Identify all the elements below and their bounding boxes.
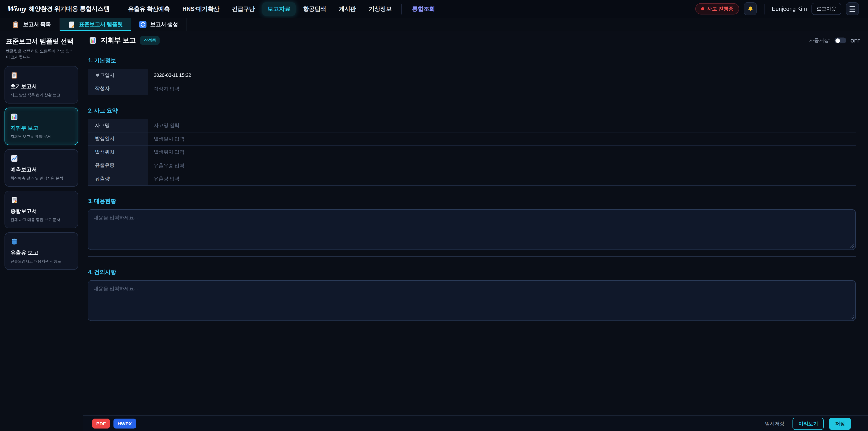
field-value-cell [148, 132, 856, 145]
chart-up-icon [10, 155, 18, 162]
template-card-list: 초기보고서 사고 발생 직후 초기 상황 보고 지휘부 보고 지휘부 보고용 요… [4, 66, 78, 270]
autosave-toggle[interactable] [835, 37, 846, 43]
resize-grip-icon[interactable] [850, 315, 854, 319]
field-label: 발생위치 [88, 146, 148, 158]
section-heading: 4. 건의사항 [88, 268, 856, 276]
template-card-name: 유출유 보고 [10, 249, 72, 257]
preview-button[interactable]: 미리보기 [793, 418, 824, 430]
nav-item[interactable]: HNS·대기확산 [177, 2, 225, 16]
field-label: 유출량 [88, 172, 148, 185]
template-card-name: 초기보고서 [10, 83, 72, 90]
template-card-desc: 사고 발생 직후 초기 상황 보고 [10, 93, 72, 98]
tab[interactable]: 보고서 생성 [131, 18, 186, 31]
tab-label: 보고서 목록 [23, 21, 51, 28]
nav-item[interactable]: 항공탐색 [298, 2, 332, 16]
export-button-group: PDFHWPX [92, 419, 136, 429]
nav-item[interactable]: 기상정보 [363, 2, 397, 16]
field-label: 보고일시 [88, 69, 148, 82]
form-section: 1. 기본정보 보고일시 작성자 [88, 57, 856, 95]
section-divider [88, 256, 856, 256]
nav-user-divider [764, 3, 765, 14]
nav-right-cluster: 사고 진행중 Eunjeong Kim 로그아웃 [695, 2, 859, 16]
template-card[interactable]: 초기보고서 사고 발생 직후 초기 상황 보고 [4, 66, 78, 103]
report-title: 지휘부 보고 [101, 36, 136, 45]
section-heading: 2. 사고 요약 [88, 107, 856, 115]
clipboard-icon [12, 21, 20, 28]
template-card-desc: 전체 사고 대응 종합 보고 문서 [10, 217, 72, 223]
sidebar-title: 표준보고서 템플릿 선택 [6, 37, 77, 45]
body-row: 표준보고서 템플릿 선택 템플릿을 선택하면 오른쪽에 작성 양식이 표시됩니다… [0, 31, 868, 431]
incident-badge-label: 사고 진행중 [707, 5, 733, 12]
field-value-cell [148, 146, 856, 158]
template-card[interactable]: 종합보고서 전체 사고 대응 종합 보고 문서 [4, 191, 78, 228]
field-input[interactable] [154, 149, 856, 155]
field-row: 발생일시 [88, 132, 856, 146]
nav-item[interactable]: 통합조회 [406, 2, 440, 16]
field-value-cell [148, 172, 856, 185]
field-input[interactable] [154, 86, 856, 91]
field-input[interactable] [154, 176, 856, 182]
section-textarea[interactable] [88, 209, 856, 250]
temp-save-button[interactable]: 임시저장 [762, 420, 787, 427]
section-heading: 3. 대응현황 [88, 197, 856, 205]
nav-item[interactable]: 보고자료 [262, 2, 296, 16]
template-card[interactable]: 유출유 보고 유류오염사고 대응지원 상황도 [4, 232, 78, 270]
logout-button[interactable]: 로그아웃 [811, 3, 841, 15]
section-heading: 1. 기본정보 [88, 57, 856, 65]
field-label: 작성자 [88, 82, 148, 95]
template-card[interactable]: 예측보고서 확산예측 결과 및 민감자원 분석 [4, 149, 78, 187]
tab-label: 표준보고서 템플릿 [79, 21, 123, 28]
incident-status-badge[interactable]: 사고 진행중 [695, 3, 739, 14]
field-value-cell [148, 69, 856, 82]
wing-logo-icon: Wing [7, 5, 26, 13]
nav-logo-divider [116, 4, 116, 13]
field-label: 사고명 [88, 119, 148, 132]
textarea-wrap [88, 209, 856, 250]
nav-item[interactable]: 유출유 확산예측 [123, 2, 175, 16]
bar-chart-icon [89, 37, 97, 44]
textarea-wrap [88, 280, 856, 321]
report-form-panel: 지휘부 보고 작성중 자동저장: OFF 1. 기본정보 보고일시 작성자 2. [83, 31, 868, 431]
menu-button[interactable] [846, 2, 859, 16]
notifications-button[interactable] [744, 2, 757, 16]
section-textarea[interactable] [88, 280, 856, 321]
save-button[interactable]: 저장 [829, 418, 851, 430]
resize-grip-icon[interactable] [850, 244, 854, 248]
tab[interactable]: 보고서 목록 [4, 18, 59, 31]
form-section: 4. 건의사항 [88, 268, 856, 321]
template-card[interactable]: 지휘부 보고 지휘부 보고용 요약 문서 [4, 107, 78, 145]
app-logo[interactable]: Wing 해양환경 위기대응 통합시스템 [7, 5, 110, 13]
nav-item[interactable]: 긴급구난 [226, 2, 260, 16]
template-card-name: 지휘부 보고 [10, 124, 72, 132]
nav-item[interactable]: 게시판 [333, 2, 362, 16]
tab[interactable]: 표준보고서 템플릿 [59, 18, 131, 31]
template-card-desc: 확산예측 결과 및 민감자원 분석 [10, 176, 72, 181]
incident-dot-icon [701, 7, 704, 10]
field-input[interactable] [154, 72, 856, 78]
sidebar-subtitle: 템플릿을 선택하면 오른쪽에 작성 양식이 표시됩니다. [6, 49, 77, 60]
nav-section-divider [401, 3, 402, 14]
field-value-cell [148, 82, 856, 95]
export-hwpx-button[interactable]: HWPX [114, 419, 136, 429]
field-input[interactable] [154, 163, 856, 168]
template-card-desc: 유류오염사고 대응지원 상황도 [10, 259, 72, 265]
autosave-cluster: 자동저장: OFF [809, 37, 860, 44]
field-row: 발생위치 [88, 146, 856, 159]
oil-drum-icon [10, 238, 18, 245]
status-badge: 작성중 [141, 36, 160, 45]
field-input[interactable] [154, 136, 856, 142]
app-title: 해양환경 위기대응 통합시스템 [29, 5, 110, 13]
hamburger-icon [849, 6, 855, 11]
memo-icon [68, 21, 75, 28]
field-table: 보고일시 작성자 [88, 69, 856, 95]
bar-chart-icon [10, 113, 18, 121]
top-navbar: Wing 해양환경 위기대응 통합시스템 유출유 확산예측HNS·대기확산긴급구… [0, 0, 868, 18]
export-pdf-button[interactable]: PDF [92, 419, 110, 429]
field-label: 유출유종 [88, 159, 148, 172]
tab-label: 보고서 생성 [150, 21, 178, 28]
template-card-desc: 지휘부 보고용 요약 문서 [10, 134, 72, 140]
field-input[interactable] [154, 123, 856, 128]
app-root: Wing 해양환경 위기대응 통합시스템 유출유 확산예측HNS·대기확산긴급구… [0, 0, 868, 431]
template-card-name: 종합보고서 [10, 208, 72, 215]
field-row: 보고일시 [88, 69, 856, 82]
